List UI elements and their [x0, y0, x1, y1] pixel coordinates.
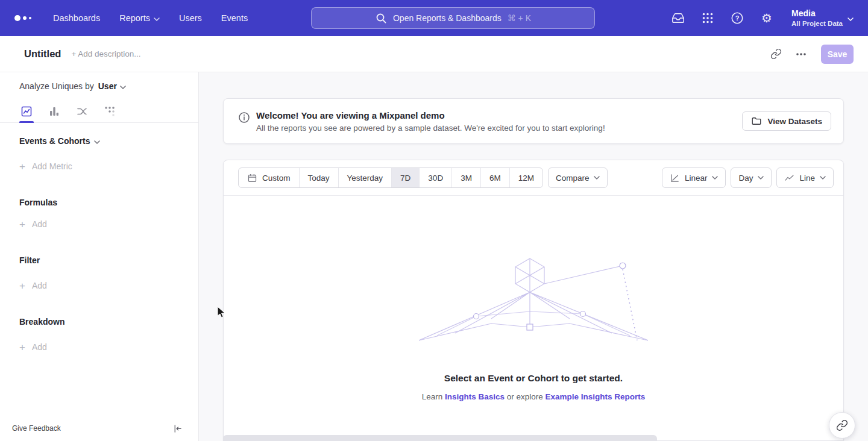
help-icon[interactable]: ? — [730, 11, 744, 25]
logo-dot-icon — [14, 15, 20, 21]
interval-dropdown[interactable]: Day — [731, 167, 772, 188]
project-text: Media All Project Data — [791, 8, 843, 28]
date-range-segmented-control: Custom Today Yesterday 7D 30D 3M 6M 12M — [238, 167, 543, 188]
save-button[interactable]: Save — [821, 45, 854, 64]
content-area: Analyze Uniques by User Events & Cohorts… — [0, 72, 868, 441]
add-description-field[interactable]: + Add description... — [71, 49, 140, 58]
project-name: Media — [791, 8, 843, 19]
logo-dot-icon — [23, 16, 27, 20]
chart-controls: Custom Today Yesterday 7D 30D 3M 6M 12M … — [224, 160, 843, 196]
date-range-label: Yesterday — [347, 174, 383, 183]
top-nav-right: ? ⚙ Media All Project Data — [671, 8, 854, 28]
example-insights-reports-link[interactable]: Example Insights Reports — [546, 392, 646, 401]
give-feedback-link[interactable]: Give Feedback — [12, 424, 61, 433]
analyze-by-dropdown[interactable]: User — [98, 81, 126, 91]
date-range-label: Custom — [262, 174, 291, 183]
share-link-fab[interactable] — [829, 412, 855, 439]
empty-state-subtitle: Learn Insights Basics or explore Example… — [422, 392, 646, 401]
bar-chart-icon — [48, 105, 60, 117]
project-switcher[interactable]: Media All Project Data — [791, 8, 854, 28]
date-range-30d[interactable]: 30D — [419, 168, 451, 187]
more-options-button[interactable] — [791, 44, 811, 64]
nav-item-users[interactable]: Users — [179, 13, 202, 23]
scale-dropdown[interactable]: Linear — [662, 167, 726, 188]
add-label: Add Metric — [32, 161, 72, 171]
tab-retention[interactable] — [102, 100, 117, 122]
date-range-label: 3M — [461, 174, 472, 183]
chevron-down-icon — [94, 136, 100, 146]
date-range-label: 6M — [489, 174, 501, 183]
add-breakdown-button[interactable]: + Add — [19, 341, 198, 353]
nav-label: Dashboards — [53, 13, 100, 23]
add-formula-button[interactable]: + Add — [19, 218, 198, 230]
nav-label: Events — [221, 13, 248, 23]
view-datasets-button[interactable]: View Datasets — [742, 111, 831, 131]
section-formulas: Formulas — [19, 196, 198, 208]
date-range-3m[interactable]: 3M — [451, 168, 480, 187]
banner-subtitle: All the reports you see are powered by a… — [256, 124, 605, 133]
learn-prefix: Learn — [422, 392, 443, 401]
info-icon — [238, 111, 250, 124]
calendar-icon — [247, 173, 257, 183]
report-title[interactable]: Untitled — [24, 48, 61, 60]
date-range-today[interactable]: Today — [299, 168, 338, 187]
nav-item-reports[interactable]: Reports — [119, 13, 160, 23]
tab-funnels[interactable] — [47, 100, 61, 122]
date-range-yesterday[interactable]: Yesterday — [338, 168, 392, 187]
add-filter-button[interactable]: + Add — [19, 280, 198, 292]
middle-text: or explore — [507, 392, 543, 401]
report-type-tabs — [0, 100, 198, 123]
add-label: Add — [32, 219, 47, 229]
chevron-down-icon — [594, 176, 600, 180]
empty-state-title: Select an Event or Cohort to get started… — [444, 373, 623, 384]
analyze-row: Analyze Uniques by User — [0, 72, 198, 100]
section-breakdown: Breakdown — [19, 316, 198, 328]
nav-label: Reports — [119, 13, 150, 23]
analyze-label: Analyze Uniques by — [19, 81, 94, 91]
nav-item-events[interactable]: Events — [221, 13, 248, 23]
section-title: Filter — [19, 255, 40, 265]
mixpanel-logo[interactable] — [14, 15, 31, 21]
insights-basics-link[interactable]: Insights Basics — [445, 392, 505, 401]
main-panel: Welcome! You are viewing a Mixpanel demo… — [199, 72, 868, 441]
svg-text:?: ? — [735, 14, 740, 22]
add-metric-button[interactable]: + Add Metric — [19, 160, 198, 172]
analyze-value: User — [98, 81, 117, 91]
chart-type-label: Line — [799, 174, 815, 183]
project-subtitle: All Project Data — [791, 19, 843, 28]
date-range-label: Today — [308, 174, 330, 183]
link-icon — [836, 419, 848, 431]
chevron-down-icon — [820, 176, 826, 180]
empty-state: Select an Event or Cohort to get started… — [224, 196, 843, 401]
chart-type-dropdown[interactable]: Line — [776, 167, 834, 188]
empty-state-illustration — [419, 256, 648, 346]
dots-grid-icon — [104, 105, 116, 117]
collapse-sidebar-button[interactable] — [172, 424, 183, 434]
date-range-custom[interactable]: Custom — [239, 168, 299, 187]
tab-insights[interactable] — [19, 100, 34, 122]
add-label: Add — [32, 342, 47, 352]
search-placeholder: Open Reports & Dashboards — [393, 13, 502, 23]
date-range-label: 7D — [400, 174, 410, 183]
banner-title: Welcome! You are viewing a Mixpanel demo — [256, 110, 605, 120]
section-title: Formulas — [19, 198, 57, 207]
line-chart-icon — [784, 173, 794, 183]
compare-button[interactable]: Compare — [548, 167, 608, 188]
chevron-down-icon — [712, 176, 718, 180]
date-range-7d[interactable]: 7D — [391, 168, 419, 187]
section-title: Events & Cohorts — [19, 136, 90, 146]
welcome-banner: Welcome! You are viewing a Mixpanel demo… — [223, 98, 844, 144]
horizontal-scrollbar[interactable] — [223, 435, 657, 441]
date-range-12m[interactable]: 12M — [509, 168, 542, 187]
nav-item-dashboards[interactable]: Dashboards — [53, 13, 100, 23]
inbox-icon[interactable] — [671, 11, 685, 25]
linear-scale-icon — [670, 173, 680, 183]
gear-icon[interactable]: ⚙ — [760, 11, 774, 25]
tab-flows[interactable] — [75, 100, 89, 122]
report-card: Custom Today Yesterday 7D 30D 3M 6M 12M … — [223, 160, 844, 441]
date-range-6m[interactable]: 6M — [480, 168, 509, 187]
copy-link-button[interactable] — [766, 44, 786, 64]
section-events-cohorts[interactable]: Events & Cohorts — [19, 135, 198, 147]
apps-grid-icon[interactable] — [700, 11, 715, 25]
global-search-input[interactable]: Open Reports & Dashboards ⌘ + K — [311, 7, 595, 29]
